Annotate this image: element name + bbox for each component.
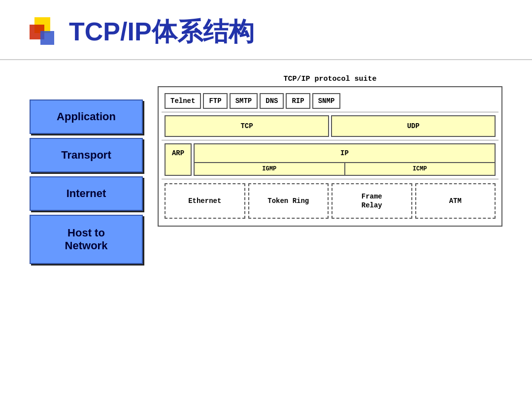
proto-ethernet: Ethernet [165, 183, 245, 219]
application-row: Telnet FTP SMTP DNS RIP SNMP [162, 90, 499, 112]
proto-atm: ATM [415, 183, 496, 219]
proto-dns: DNS [260, 93, 284, 109]
diagram-title: TCP/IP protocol suite [158, 75, 502, 83]
internet-row: ARP IP IGMP ICMP [162, 140, 499, 179]
proto-ip: IP [195, 144, 495, 162]
proto-arp: ARP [165, 143, 192, 176]
labels-column: Application Transport Internet Host toNe… [30, 100, 143, 264]
proto-ftp: FTP [203, 93, 227, 109]
header: TCP/IP体系结构 [0, 0, 532, 60]
layer-host-to-network: Host toNetwork [30, 215, 143, 264]
proto-tcp: TCP [165, 115, 329, 137]
proto-rip: RIP [286, 93, 310, 109]
layer-application: Application [30, 100, 143, 134]
main-content: Application Transport Internet Host toNe… [0, 75, 532, 264]
logo-decoration [30, 17, 59, 47]
proto-token-ring: Token Ring [248, 183, 329, 219]
layer-internet: Internet [30, 176, 143, 211]
title-chinese: 体系结构 [152, 17, 254, 46]
layer-host-label: Host toNetwork [65, 227, 108, 252]
layer-application-label: Application [57, 110, 116, 123]
proto-icmp: ICMP [345, 163, 495, 175]
diagram-column: TCP/IP protocol suite Telnet FTP SMTP DN… [158, 75, 502, 227]
diagram-outer-border: Telnet FTP SMTP DNS RIP SNMP TCP UDP ARP… [158, 86, 502, 227]
proto-udp: UDP [331, 115, 496, 137]
ip-group: IP IGMP ICMP [194, 143, 496, 176]
layer-transport-label: Transport [61, 149, 111, 162]
proto-snmp: SNMP [312, 93, 341, 109]
page-title: TCP/IP体系结构 [69, 15, 254, 49]
logo-square-blue [40, 31, 54, 45]
layer-internet-label: Internet [66, 187, 106, 200]
layer-transport: Transport [30, 138, 143, 172]
host-to-network-row: Ethernet Token Ring FrameRelay ATM [162, 179, 499, 223]
proto-smtp: SMTP [230, 93, 258, 109]
proto-frame-relay: FrameRelay [332, 183, 412, 219]
title-ascii: TCP/IP [69, 17, 152, 46]
ip-sub-protocols: IGMP ICMP [195, 162, 495, 175]
transport-row: TCP UDP [162, 112, 499, 140]
proto-telnet: Telnet [165, 93, 201, 109]
proto-igmp: IGMP [195, 163, 345, 175]
